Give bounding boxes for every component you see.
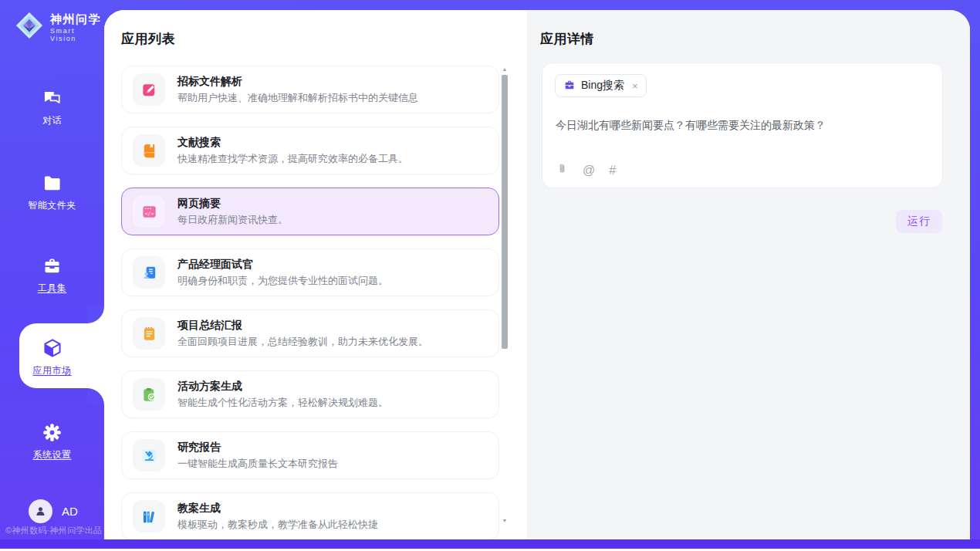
app-card-description: 模板驱动，教案秒成，教学准备从此轻松快捷 xyxy=(177,518,378,532)
app-card-description: 一键智能生成高质量长文本研究报告 xyxy=(177,457,338,471)
sidebar-item-label: 系统设置 xyxy=(33,448,72,461)
brand-text: 神州问学 Smart Vision xyxy=(50,12,104,42)
app-card-title: 活动方案生成 xyxy=(177,379,388,393)
user-name: AD xyxy=(62,505,78,518)
literature-book-icon xyxy=(133,134,165,167)
app-card-title: 研究报告 xyxy=(177,440,338,454)
scrollbar-thumb[interactable] xyxy=(502,75,508,349)
sidebar-item-label: 工具集 xyxy=(38,282,67,295)
books-icon xyxy=(133,500,165,532)
web-code-icon: </> xyxy=(133,195,165,228)
app-card-description: 智能生成个性化活动方案，轻松解决规划难题。 xyxy=(177,396,388,410)
app-card[interactable]: 项目总结汇报全面回顾项目进展，总结经验教训，助力未来优化发展。 xyxy=(121,309,499,357)
scroll-down-arrow[interactable]: ▼ xyxy=(501,517,509,525)
user-avatar-icon[interactable] xyxy=(29,499,52,523)
app-card-text: 网页摘要每日政府新闻资讯快查。 xyxy=(177,196,288,227)
app-card-title: 项目总结汇报 xyxy=(177,318,428,332)
app-card-title: 教案生成 xyxy=(177,501,378,515)
app-card-description: 帮助用户快速、准确地理解和解析招标书中的关键信息 xyxy=(177,91,418,105)
app-card-text: 产品经理面试官明确身份和职责，为您提供专业性的面试问题。 xyxy=(177,257,388,288)
query-text[interactable]: 今日湖北有哪些新闻要点？有哪些需要关注的最新政策？ xyxy=(556,117,927,134)
copyright-text: ©神州数码·神州问学出品 xyxy=(5,525,104,536)
app-detail-title: 应用详情 xyxy=(540,30,594,48)
sidebar-item-label: 智能文件夹 xyxy=(28,199,76,212)
tool-chip-label: Bing搜索 xyxy=(581,79,624,93)
content-area: 应用列表 招标文件解析帮助用户快速、准确地理解和解析招标书中的关键信息文献搜索快… xyxy=(104,10,970,539)
sidebar-item-system-settings[interactable]: 系统设置 xyxy=(0,421,104,475)
app-card-title: 招标文件解析 xyxy=(177,74,418,88)
app-card-title: 产品经理面试官 xyxy=(177,257,388,271)
clipboard-check-icon xyxy=(133,378,165,411)
hash-icon[interactable]: # xyxy=(609,164,616,177)
sidebar-item-smart-folders[interactable]: 智能文件夹 xyxy=(0,172,104,226)
app-card[interactable]: 研究报告一键智能生成高质量长文本研究报告 xyxy=(121,431,499,479)
brand-name: 神州问学 xyxy=(50,12,104,26)
brand-subtitle: Smart Vision xyxy=(50,27,104,42)
app-card-description: 全面回顾项目进展，总结经验教训，助力未来优化发展。 xyxy=(177,335,428,349)
app-card-title: 网页摘要 xyxy=(177,196,288,210)
sidebar-item-chat[interactable]: 对话 xyxy=(0,87,104,141)
briefcase-icon xyxy=(563,79,576,93)
mention-icon[interactable]: @ xyxy=(583,164,595,177)
app-card-text: 活动方案生成智能生成个性化活动方案，轻松解决规划难题。 xyxy=(177,379,388,410)
app-card-text: 文献搜索快速精准查找学术资源，提高研究效率的必备工具。 xyxy=(177,135,408,166)
sidebar-item-label: 应用市场 xyxy=(33,364,72,377)
toolbox-icon xyxy=(42,255,63,276)
sidebar-item-toolset[interactable]: 工具集 xyxy=(0,255,104,309)
app-card[interactable]: 文献搜索快速精准查找学术资源，提高研究效率的必备工具。 xyxy=(121,127,499,174)
app-list-title: 应用列表 xyxy=(121,30,175,48)
brand: 神州问学 Smart Vision xyxy=(15,11,104,43)
prompt-card: Bing搜索 × 今日湖北有哪些新闻要点？有哪些需要关注的最新政策？ @ # xyxy=(542,63,943,188)
app-card[interactable]: 活动方案生成智能生成个性化活动方案，轻松解决规划难题。 xyxy=(121,370,499,418)
composer-toolbar: @ # xyxy=(556,162,616,178)
brand-logo-icon xyxy=(15,11,44,43)
chat-icon xyxy=(42,87,63,109)
app-card-description: 快速精准查找学术资源，提高研究效率的必备工具。 xyxy=(177,152,408,166)
app-card[interactable]: 教案生成模板驱动，教案秒成，教学准备从此轻松快捷 xyxy=(121,492,499,539)
run-button[interactable]: 运行 xyxy=(896,210,942,233)
microscope-icon xyxy=(133,439,165,472)
tool-chip-bing-search[interactable]: Bing搜索 × xyxy=(555,74,647,97)
app-card-text: 研究报告一键智能生成高质量长文本研究报告 xyxy=(177,440,338,471)
app-card[interactable]: 产品经理面试官明确身份和职责，为您提供专业性的面试问题。 xyxy=(121,248,499,296)
app-detail-panel: 应用详情 Bing搜索 × 今日湖北有哪些新闻要点？有哪些需要关注的最新政策？ xyxy=(527,10,970,539)
app-card-description: 每日政府新闻资讯快查。 xyxy=(177,213,288,227)
app-card-description: 明确身份和职责，为您提供专业性的面试问题。 xyxy=(177,274,388,288)
sidebar: 神州问学 Smart Vision 对话智能文件夹工具集应用市场系统设置 AD … xyxy=(0,0,104,551)
svg-text:</>: </> xyxy=(144,211,154,216)
app-card-text: 教案生成模板驱动，教案秒成，教学准备从此轻松快捷 xyxy=(177,501,378,532)
app-card[interactable]: 招标文件解析帮助用户快速、准确地理解和解析招标书中的关键信息 xyxy=(121,66,499,113)
cube-icon xyxy=(42,337,63,359)
gear-icon xyxy=(42,421,63,443)
scroll-up-arrow[interactable]: ▲ xyxy=(501,66,509,73)
sidebar-item-app-market[interactable]: 应用市场 xyxy=(0,337,104,391)
notepad-icon xyxy=(133,317,165,350)
chip-close-icon[interactable]: × xyxy=(632,80,638,92)
app-card-title: 文献搜索 xyxy=(177,135,408,149)
app-list-panel: 应用列表 招标文件解析帮助用户快速、准确地理解和解析招标书中的关键信息文献搜索快… xyxy=(104,10,527,539)
sidebar-item-label: 对话 xyxy=(42,114,62,127)
app-card-text: 招标文件解析帮助用户快速、准确地理解和解析招标书中的关键信息 xyxy=(177,74,418,105)
app-card[interactable]: </>网页摘要每日政府新闻资讯快查。 xyxy=(121,188,499,235)
app-card-text: 项目总结汇报全面回顾项目进展，总结经验教训，助力未来优化发展。 xyxy=(177,318,428,349)
app-list: 招标文件解析帮助用户快速、准确地理解和解析招标书中的关键信息文献搜索快速精准查找… xyxy=(121,66,499,539)
interviewer-doc-icon xyxy=(133,256,165,289)
user-row[interactable]: AD xyxy=(29,499,78,523)
paperclip-icon[interactable] xyxy=(556,162,569,178)
scrollbar[interactable]: ▲ ▼ xyxy=(501,66,509,525)
folder-icon xyxy=(42,172,63,194)
bid-document-icon xyxy=(133,73,165,106)
bottom-frame-bar xyxy=(0,539,980,549)
